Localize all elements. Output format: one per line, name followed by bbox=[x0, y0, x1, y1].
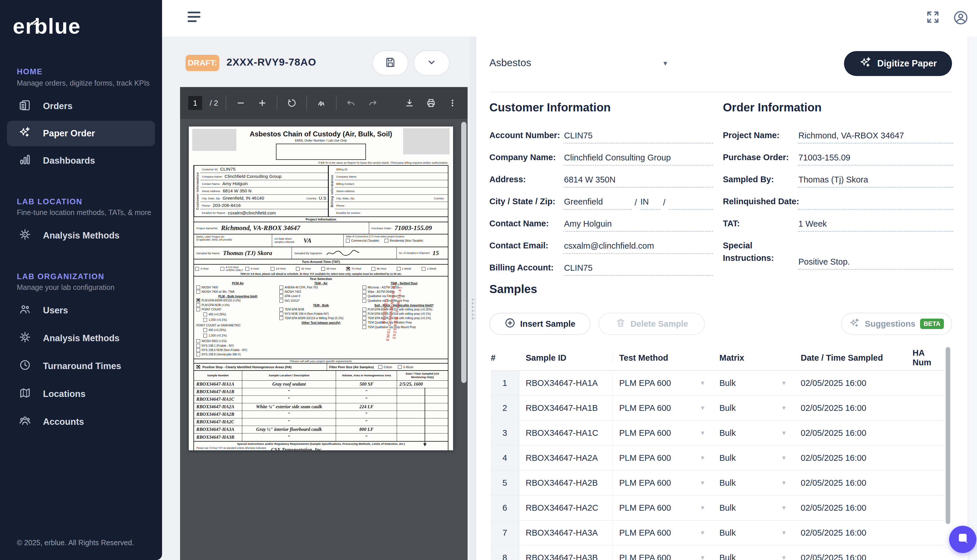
purchase-order-field[interactable]: 71003-155.09 bbox=[798, 153, 953, 166]
test-method-select[interactable]: PLM EPA 600▼ bbox=[613, 471, 713, 495]
save-button[interactable] bbox=[372, 50, 408, 75]
insert-sample-button[interactable]: Insert Sample bbox=[489, 313, 591, 335]
more-actions-button[interactable] bbox=[413, 50, 450, 75]
chevron-down-icon: ▼ bbox=[699, 380, 706, 387]
sidebar-item-locations[interactable]: Locations bbox=[7, 381, 155, 407]
customer-info-heading: Customer Information bbox=[489, 101, 611, 114]
matrix-select[interactable]: Bulk▼ bbox=[713, 371, 794, 395]
sidebar-item-dashboards[interactable]: Dashboards bbox=[7, 148, 155, 173]
matrix-select[interactable]: Bulk▼ bbox=[713, 421, 794, 445]
print-icon[interactable] bbox=[424, 96, 438, 110]
sidebar-item-label: Users bbox=[43, 305, 68, 316]
state-field[interactable]: IN bbox=[640, 197, 660, 210]
account-number-field[interactable]: CLIN75 bbox=[564, 131, 713, 143]
samples-table: # Sample ID Test Method Matrix Date / Ti… bbox=[491, 345, 945, 560]
order-info-heading: Order Information bbox=[723, 101, 821, 114]
beta-badge: BETA bbox=[920, 318, 944, 329]
doc-info-grid: Customer Information Customer ID:CLIN75C… bbox=[193, 165, 448, 217]
sidebar-item-analysis-methods[interactable]: Analysis Methods bbox=[7, 223, 155, 248]
test-method-select[interactable]: PLM EPA 600▼ bbox=[613, 421, 713, 445]
table-row[interactable]: 8 RBOX34647-HA3B PLM EPA 600▼ Bulk▼ 02/0… bbox=[491, 545, 945, 560]
sparkles-icon bbox=[849, 317, 860, 330]
contact-email-field[interactable]: csxalm@clinchfield.com bbox=[564, 241, 713, 254]
topbar bbox=[162, 0, 977, 37]
erblue-logo[interactable]: erblue bbox=[13, 14, 81, 38]
sidebar-item-turnaround-times[interactable]: Turnaround Times bbox=[7, 353, 155, 379]
table-row[interactable]: 7 RBOX34647-HA3A PLM EPA 600▼ Bulk▼ 02/0… bbox=[491, 520, 945, 545]
leaf-icon bbox=[30, 10, 41, 35]
pdf-scrollbar[interactable] bbox=[461, 121, 467, 557]
test-method-select[interactable]: PLM EPA 600▼ bbox=[613, 545, 713, 560]
test-method-select[interactable]: PLM EPA 600▼ bbox=[613, 446, 713, 470]
digitize-paper-button[interactable]: Digitize Paper bbox=[844, 51, 952, 76]
sidebar-item-paper-order[interactable]: Paper Order bbox=[7, 121, 155, 146]
chat-button[interactable] bbox=[949, 526, 976, 553]
test-method-select[interactable]: PLM EPA 600▼ bbox=[613, 520, 713, 545]
company-name-field[interactable]: Clinchfield Consulting Group bbox=[564, 153, 713, 166]
project-name-field[interactable]: Richmond, VA-RBOX 34647 bbox=[798, 131, 953, 143]
chevron-down-icon: ▼ bbox=[699, 455, 706, 462]
zoom-out-icon[interactable] bbox=[234, 96, 248, 110]
matrix-select[interactable]: Bulk▼ bbox=[713, 496, 794, 520]
delete-sample-button[interactable]: Delete Sample bbox=[599, 313, 705, 335]
coc-document-page-1: Asbestos Chain of Custody (Air, Bulk, So… bbox=[189, 127, 453, 450]
matrix-select[interactable]: Bulk▼ bbox=[713, 520, 794, 545]
table-row[interactable]: 1 RBOX34647-HA1A PLM EPA 600▼ Bulk▼ 02/0… bbox=[491, 371, 945, 396]
account-icon[interactable] bbox=[953, 10, 969, 27]
sparkles-icon bbox=[859, 56, 872, 71]
table-row[interactable]: 3 RBOX34647-HA1C PLM EPA 600▼ Bulk▼ 02/0… bbox=[491, 421, 945, 446]
undo-icon[interactable] bbox=[344, 96, 358, 110]
billing-account-field[interactable]: CLIN75 bbox=[564, 263, 713, 276]
annotate-icon[interactable] bbox=[315, 96, 328, 110]
matrix-select[interactable]: Bulk▼ bbox=[713, 471, 794, 495]
tat-field[interactable]: 1 Week bbox=[798, 219, 953, 232]
table-row[interactable]: 2 RBOX34647-HA1B PLM EPA 600▼ Bulk▼ 02/0… bbox=[491, 396, 945, 421]
sidebar-item-accounts[interactable]: Accounts bbox=[7, 409, 155, 435]
contact-name-field[interactable]: Amy Holguin bbox=[564, 219, 713, 232]
rotate-icon[interactable] bbox=[285, 96, 299, 110]
matrix-select[interactable]: Bulk▼ bbox=[713, 446, 794, 470]
chevron-down-icon[interactable]: ▼ bbox=[662, 60, 669, 67]
test-method-select[interactable]: PLM EPA 600▼ bbox=[613, 496, 713, 520]
table-row[interactable]: 6 RBOX34647-HA2C PLM EPA 600▼ Bulk▼ 02/0… bbox=[491, 496, 945, 520]
chevron-down-icon: ▼ bbox=[781, 480, 787, 486]
sidebar-item-orders[interactable]: Orders bbox=[7, 93, 155, 119]
kebab-menu-icon[interactable] bbox=[445, 96, 460, 110]
clipboard-icon bbox=[18, 98, 31, 114]
table-row[interactable]: 5 RBOX34647-HA2B PLM EPA 600▼ Bulk▼ 02/0… bbox=[491, 471, 945, 496]
test-method-select[interactable]: PLM EPA 600▼ bbox=[613, 371, 713, 395]
sidebar-item-analysis-methods-org[interactable]: Analysis Methods bbox=[7, 325, 155, 351]
special-instructions-field[interactable]: Positive Stop. bbox=[798, 257, 953, 270]
test-method-select[interactable]: PLM EPA 600▼ bbox=[613, 396, 713, 420]
chevron-down-icon: ▼ bbox=[781, 455, 787, 462]
sidebar-item-label: Locations bbox=[43, 389, 85, 399]
matrix-select[interactable]: Bulk▼ bbox=[713, 396, 794, 420]
page-scrollbar[interactable] bbox=[968, 37, 977, 560]
redo-icon[interactable] bbox=[366, 96, 380, 110]
sampled-by-field[interactable]: Thomas (Tj) Skora bbox=[798, 175, 953, 188]
analysis-type-select[interactable]: Asbestos bbox=[489, 57, 531, 68]
chevron-down-icon: ▼ bbox=[699, 555, 706, 560]
chevron-down-icon: ▼ bbox=[699, 480, 706, 486]
matrix-select[interactable]: Bulk▼ bbox=[713, 545, 794, 560]
zoom-in-icon[interactable] bbox=[255, 96, 269, 110]
pdf-viewer: 1 / 2 A bbox=[180, 87, 468, 560]
form-panel: Asbestos ▼ Digitize Paper Customer Infor… bbox=[476, 37, 968, 560]
fullscreen-icon[interactable] bbox=[925, 10, 940, 26]
page-count: / 2 bbox=[210, 98, 218, 108]
page-number-input[interactable]: 1 bbox=[188, 96, 202, 110]
download-icon[interactable] bbox=[403, 96, 417, 110]
relinquished-date-field[interactable] bbox=[798, 207, 953, 210]
address-field[interactable]: 6814 W 350N bbox=[564, 175, 713, 188]
city-field[interactable]: Greenfield bbox=[564, 197, 632, 210]
accounts-icon bbox=[18, 414, 31, 430]
chevron-down-icon: ▼ bbox=[781, 530, 787, 536]
copyright: © 2025, erblue. All Rights Reserved. bbox=[17, 538, 134, 547]
suggestions-button[interactable]: Suggestions BETA bbox=[841, 313, 952, 335]
sidebar-item-users[interactable]: Users bbox=[7, 298, 155, 323]
menu-icon[interactable] bbox=[187, 12, 201, 25]
table-scrollbar[interactable] bbox=[946, 347, 950, 560]
zip-field[interactable] bbox=[668, 207, 713, 210]
table-row[interactable]: 4 RBOX34647-HA2A PLM EPA 600▼ Bulk▼ 02/0… bbox=[491, 446, 945, 471]
panel-resize-handle[interactable] bbox=[470, 37, 476, 560]
